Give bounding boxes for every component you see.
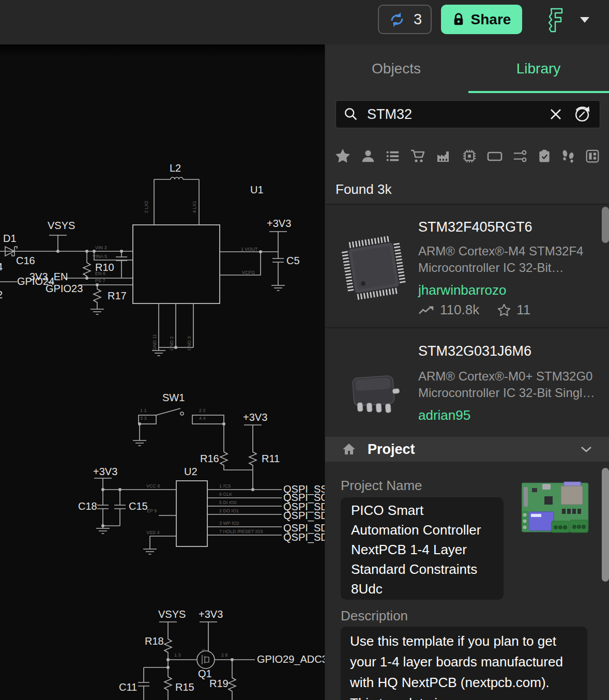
routing-filter-icon[interactable] xyxy=(512,148,528,164)
schematic-label: 3 WP IO2 xyxy=(219,521,239,526)
schematic-label: L2 xyxy=(170,162,181,174)
result-author-link[interactable]: jharwinbarrozo xyxy=(418,282,507,298)
schematic-label: SW1 xyxy=(162,392,185,404)
schematic-label: GPIO23 xyxy=(45,283,83,295)
schematic-label: +3V3 xyxy=(267,218,291,230)
schematic-labels: L2U1VSYS+3V3C5D1C16R10R17GPIO243V3_ENGPI… xyxy=(0,0,325,700)
package-filter-icon[interactable] xyxy=(486,148,503,164)
schematic-label: R15 xyxy=(175,681,194,693)
clipboard-check-filter-icon[interactable] xyxy=(537,149,552,163)
schematic-label: GND 11 xyxy=(152,334,157,351)
results-count: Found 3k xyxy=(325,175,609,205)
flux-logo-icon[interactable] xyxy=(544,7,565,34)
sync-count: 3 xyxy=(414,11,422,28)
schematic-label: C16 xyxy=(16,255,35,267)
search-icon xyxy=(343,106,359,122)
chip-filter-icon[interactable] xyxy=(462,148,477,164)
schematic-label: 1 VOUT xyxy=(241,247,258,252)
list-filter-icon[interactable] xyxy=(385,148,401,164)
schematic-label: 2 LX2 xyxy=(144,201,149,213)
filter-icon-row xyxy=(325,138,609,175)
schematic-label: C18 xyxy=(78,500,97,512)
usage-count: 110.8k xyxy=(440,302,479,318)
result-title: STM32G031J6M6 xyxy=(418,343,531,359)
schematic-label: VINA 5 xyxy=(93,254,107,259)
schematic-label: VSYS xyxy=(158,608,186,620)
search-input[interactable]: STM32 xyxy=(336,100,600,128)
schematic-label: 4 4 xyxy=(199,416,206,421)
project-board-thumbnail xyxy=(522,481,590,534)
schematic-label: 1 3 xyxy=(174,652,181,658)
result-stats: 110.8k 11 xyxy=(418,302,530,318)
topbar: 3 Share xyxy=(0,0,609,44)
schematic-label: 6 CLK xyxy=(219,492,232,497)
results-list: STM32F405RGT6 ARM® Cortex®-M4 STM32F4 Mi… xyxy=(325,206,609,437)
home-icon xyxy=(342,442,356,456)
result-item-stm32f405[interactable]: STM32F405RGT6 ARM® Cortex®-M4 STM32F4 Mi… xyxy=(325,206,609,327)
schematic-label: 1 1 xyxy=(140,408,147,413)
schematic-label: 2 8 xyxy=(221,652,228,658)
lock-icon xyxy=(452,12,465,27)
schematic-label: R18 xyxy=(145,635,164,647)
project-scrollbar[interactable] xyxy=(602,468,609,582)
tab-library[interactable]: Library xyxy=(467,44,609,93)
schematic-label: 2 DO IO1 xyxy=(219,508,239,513)
schematic-label: C11 xyxy=(119,681,137,693)
schematic-canvas[interactable]: L2U1VSYS+3V3C5D1C16R10R17GPIO243V3_ENGPI… xyxy=(0,0,325,700)
share-label: Share xyxy=(471,11,511,28)
result-description: ARM® Cortex®-M4 STM32F4 Microcontroller … xyxy=(418,243,597,276)
share-button[interactable]: Share xyxy=(441,5,522,34)
account-menu-chevron-icon[interactable] xyxy=(580,17,589,23)
schematic-label: 5 DI IO0 xyxy=(219,500,237,505)
schematic-label: C5 xyxy=(286,255,300,267)
soic-chip-image xyxy=(339,370,409,421)
factory-filter-icon[interactable] xyxy=(436,148,452,164)
module-filter-icon[interactable] xyxy=(585,148,600,164)
results-scrollbar[interactable] xyxy=(602,207,609,243)
project-section-header[interactable]: Project xyxy=(325,437,609,462)
footprint-filter-icon[interactable] xyxy=(561,149,575,163)
sync-button[interactable]: 3 xyxy=(378,5,432,34)
schematic-label: 4 LX1 xyxy=(192,201,197,213)
schematic-label: 2 xyxy=(0,289,3,301)
schematic-label: VSYS xyxy=(48,220,75,232)
project-description-field[interactable]: Use this template if you plan to get you… xyxy=(341,627,587,700)
schematic-label: EP 9 xyxy=(147,508,157,513)
tab-objects[interactable]: Objects xyxy=(325,44,467,93)
schematic-label: EN 6 xyxy=(95,271,105,276)
schematic-label: R11 xyxy=(262,453,280,465)
project-section-title: Project xyxy=(368,442,415,458)
star-outline-icon[interactable] xyxy=(497,303,511,317)
project-name-label: Project Name xyxy=(341,478,422,494)
schematic-label: +3V3 xyxy=(93,466,117,478)
star-count: 11 xyxy=(516,302,530,318)
sync-icon xyxy=(388,10,406,29)
search-query-text: STM32 xyxy=(367,106,546,123)
library-panel: Objects Library STM32 Found 3 xyxy=(325,44,609,700)
schematic-label: 4 xyxy=(0,261,3,273)
chevron-down-icon[interactable] xyxy=(581,446,592,452)
star-filter-icon[interactable] xyxy=(334,148,351,164)
qfp-chip-image xyxy=(337,233,412,302)
result-description: ARM® Cortex®-M0+ STM32G0 Microcontroller… xyxy=(418,368,597,401)
schematic-label: PS 7 xyxy=(95,278,105,283)
clear-search-icon[interactable] xyxy=(549,108,562,121)
schematic-label: VCFG xyxy=(242,270,255,275)
user-filter-icon[interactable] xyxy=(360,148,376,164)
result-item-stm32g031[interactable]: STM32G031J6M6 ARM® Cortex®-M0+ STM32G0 M… xyxy=(325,328,609,437)
result-title: STM32F405RGT6 xyxy=(418,219,532,235)
schematic-label: GPIO29_ADC3 xyxy=(257,653,325,665)
app-window: L2U1VSYS+3V3C5D1C16R10R17GPIO243V3_ENGPI… xyxy=(0,0,609,700)
search-row: STM32 xyxy=(325,93,609,138)
result-author-link[interactable]: adrian95 xyxy=(418,407,470,423)
schematic-label: QSPI_SD1 xyxy=(283,510,325,522)
schematic-label: QSPI_SD3 xyxy=(283,531,325,543)
schematic-label: 7 HOLD /RESET IO3 xyxy=(219,529,263,534)
panel-tabs: Objects Library xyxy=(325,44,609,93)
schematic-label: 1 /CS xyxy=(219,483,231,489)
project-name-field[interactable]: PICO Smart Automation Controller NextPCB… xyxy=(341,497,504,600)
cart-filter-icon[interactable] xyxy=(410,148,427,164)
schematic-label: VCC 8 xyxy=(146,483,160,489)
web-search-icon[interactable] xyxy=(573,104,592,124)
schematic-label: R17 xyxy=(108,290,127,302)
